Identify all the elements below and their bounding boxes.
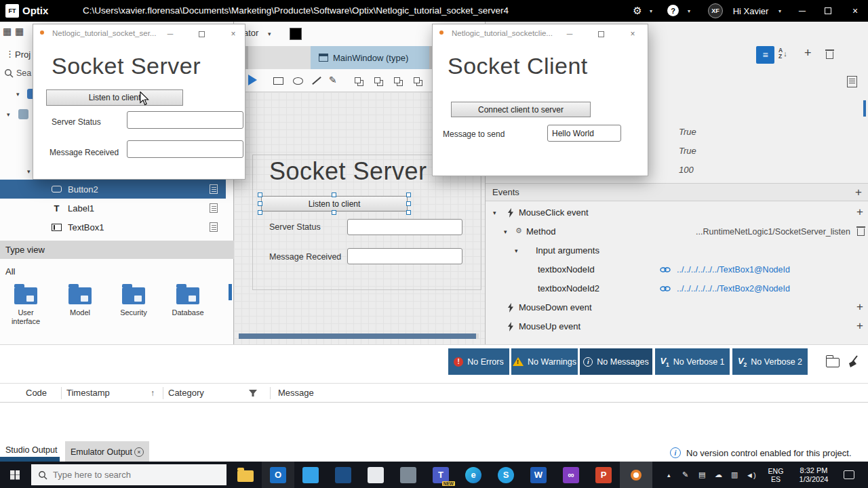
emulator-dropdown-label[interactable]: ator <box>243 28 258 38</box>
event-row-mouseclick[interactable]: ▾ MouseClick event + <box>486 203 868 222</box>
minimize-icon[interactable]: ─ <box>163 24 178 43</box>
window-titlebar[interactable]: Netlogic_tutorial_socket_ser... ─ × <box>33 24 245 43</box>
horizontal-scrollbar[interactable] <box>239 333 479 339</box>
play-button[interactable] <box>248 75 257 85</box>
no-errors-button[interactable]: ! No Errors <box>448 348 509 375</box>
window-maximize-button[interactable] <box>815 0 841 22</box>
panel-grid-icon[interactable]: ▦ <box>3 26 12 37</box>
event-row-arg2[interactable]: textboxNodeId2 ../../../../../../TextBox… <box>486 279 868 298</box>
edit-script-icon[interactable] <box>210 184 218 194</box>
tray-expand-icon[interactable]: ▴ <box>667 462 671 488</box>
search-icon[interactable] <box>4 68 14 78</box>
layout-tool-icon-3[interactable] <box>394 77 400 83</box>
sort-alphabetical-icon[interactable]: AZ ↓ <box>778 47 787 60</box>
selection-handle[interactable] <box>332 192 336 197</box>
help-chevron-icon[interactable]: ▾ <box>685 0 693 22</box>
settings-chevron-icon[interactable]: ▾ <box>647 0 655 22</box>
taskbar-app-5[interactable] <box>359 462 392 488</box>
tab-partial[interactable] <box>248 46 311 69</box>
taskbar-outlook[interactable]: O <box>262 462 294 488</box>
taskbar-app-3[interactable] <box>294 462 327 488</box>
pen-tool-icon[interactable]: ✎ <box>329 75 337 85</box>
edit-script-icon[interactable] <box>210 222 218 232</box>
taskbar-word[interactable]: W <box>522 462 555 488</box>
column-category[interactable]: Category <box>168 384 204 403</box>
hierarchy-view-icon[interactable]: ≡ <box>756 46 774 64</box>
sort-ascending-icon[interactable]: ↑ <box>151 384 155 403</box>
layout-tool-icon-2[interactable] <box>374 77 380 83</box>
category-user-interface[interactable]: User interface <box>3 287 48 326</box>
event-row-arg1[interactable]: textboxNodeId ../../../../../../TextBox1… <box>486 260 868 279</box>
column-code[interactable]: Code <box>26 384 47 403</box>
category-security[interactable]: Security <box>111 287 156 317</box>
project-menu-icon[interactable]: ⋮ <box>5 49 14 59</box>
panel-settings-icon[interactable] <box>847 76 857 87</box>
add-handler-icon[interactable]: + <box>856 206 863 218</box>
open-log-folder-icon[interactable] <box>826 358 840 367</box>
help-icon[interactable]: ? <box>667 5 679 16</box>
connect-client-button[interactable]: Connect client to server <box>451 102 591 117</box>
settings-gear-icon[interactable]: ⚙ <box>629 0 646 22</box>
no-verbose1-button[interactable]: V1 No Verbose 1 <box>655 348 730 375</box>
tree-item-label1[interactable]: T Label1 <box>0 199 226 218</box>
tray-volume-icon[interactable]: ◄) <box>746 462 756 488</box>
selection-handle[interactable] <box>332 210 336 215</box>
design-heading[interactable]: Socket Server <box>269 157 427 186</box>
chevron-down-icon[interactable]: ▾ <box>515 247 518 254</box>
tab-emulator-output[interactable]: Emulator Output × <box>65 441 149 462</box>
maximize-icon[interactable] <box>194 24 209 43</box>
close-tab-icon[interactable]: × <box>134 447 144 457</box>
panel-grid-icon-2[interactable]: ▦ <box>15 26 24 37</box>
selection-handle[interactable] <box>406 201 411 206</box>
selection-handle[interactable] <box>258 210 262 215</box>
rectangle-tool-icon[interactable] <box>273 77 283 85</box>
property-value[interactable]: True <box>679 146 696 156</box>
taskbar-clock[interactable]: 8:32 PM 1/3/2024 <box>792 462 835 488</box>
category-database[interactable]: Database <box>165 287 210 317</box>
clear-output-icon[interactable] <box>846 354 863 369</box>
tray-cloud-icon[interactable]: ☁ <box>715 462 722 488</box>
edit-script-icon[interactable] <box>210 203 218 213</box>
property-value[interactable]: 100 <box>679 165 694 175</box>
window-minimize-button[interactable]: ─ <box>789 0 815 22</box>
add-property-icon[interactable]: + <box>804 46 812 60</box>
no-warnings-button[interactable]: No Warnings <box>511 348 578 375</box>
close-icon[interactable]: × <box>226 24 241 43</box>
category-model[interactable]: Model <box>58 287 102 317</box>
minimize-icon[interactable]: ─ <box>562 24 577 43</box>
taskbar-visual-studio[interactable]: ∞ <box>555 462 587 488</box>
window-titlebar[interactable]: Netlogic_tutorial_socketclie... ─ × <box>433 24 648 43</box>
color-swatch[interactable] <box>290 28 302 40</box>
column-message[interactable]: Message <box>278 384 314 403</box>
taskbar-app-6[interactable] <box>392 462 425 488</box>
tree-item-button2[interactable]: Button2 <box>0 180 226 199</box>
design-label-server-status[interactable]: Server Status <box>269 222 321 232</box>
taskbar-search[interactable] <box>31 464 226 485</box>
chevron-down-icon[interactable]: ▾ <box>493 209 496 216</box>
design-textbox-2[interactable] <box>347 248 462 264</box>
event-row-mousedown[interactable]: MouseDown event + <box>486 298 868 317</box>
taskbar-edge[interactable]: e <box>457 462 490 488</box>
design-listen-button[interactable]: Listen to client <box>261 196 408 211</box>
tree-chevron-icon[interactable]: ▾ <box>16 91 20 98</box>
selection-handle[interactable] <box>406 210 411 215</box>
design-textbox-1[interactable] <box>347 219 462 235</box>
layout-tool-icon-1[interactable] <box>355 77 361 83</box>
link-icon[interactable] <box>660 285 671 292</box>
filter-icon[interactable] <box>248 389 258 398</box>
delete-icon[interactable] <box>825 49 834 59</box>
tree-chevron-icon[interactable]: ▾ <box>27 168 31 175</box>
user-avatar[interactable]: XF <box>708 3 723 18</box>
no-verbose2-button[interactable]: V2 No Verbose 2 <box>732 348 808 375</box>
event-row-input-arguments[interactable]: ▾ Input arguments <box>486 241 868 260</box>
maximize-icon[interactable] <box>593 24 608 43</box>
action-center-icon[interactable] <box>844 470 854 479</box>
tray-device-icon[interactable]: ▤ <box>698 462 705 488</box>
add-handler-icon[interactable]: + <box>856 320 863 331</box>
method-value[interactable]: ...RuntimeNetLogic1/SocketServer_listen <box>677 227 850 237</box>
user-greeting[interactable]: Hi Xavier <box>728 0 773 22</box>
window-close-button[interactable]: × <box>842 0 868 22</box>
selection-handle[interactable] <box>406 192 411 197</box>
scrollbar-thumb[interactable] <box>239 333 476 339</box>
taskbar-app-4[interactable] <box>327 462 359 488</box>
